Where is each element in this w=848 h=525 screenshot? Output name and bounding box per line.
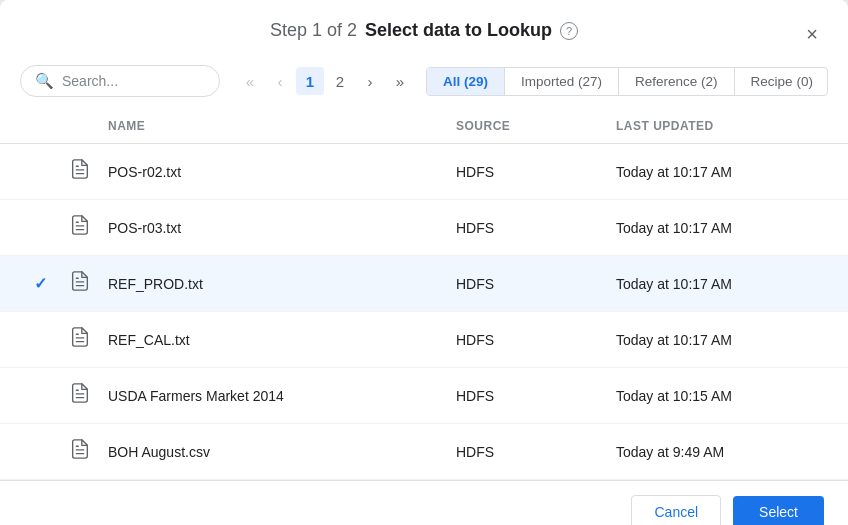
modal-footer: Cancel Select: [0, 480, 848, 525]
next-page-icon: ›: [368, 73, 373, 90]
close-button[interactable]: ×: [796, 18, 828, 50]
table-body: POS-r02.txtHDFSToday at 10:17 AM POS-r03…: [0, 144, 848, 480]
table-row[interactable]: REF_CAL.txtHDFSToday at 10:17 AM: [0, 312, 848, 368]
filter-tabs: All (29)Imported (27)Reference (2)Recipe…: [426, 67, 828, 96]
col-header-0: [20, 109, 60, 143]
file-icon-cell: [60, 214, 100, 242]
cell-name: USDA Farmers Market 2014: [100, 388, 448, 404]
cell-source: HDFS: [448, 388, 608, 404]
file-icon: [69, 438, 91, 466]
table-row[interactable]: ✓ REF_PROD.txtHDFSToday at 10:17 AM: [0, 256, 848, 312]
cell-name: BOH August.csv: [100, 444, 448, 460]
table-header: NAMESOURCELAST UPDATED: [0, 109, 848, 144]
file-icon-cell: [60, 438, 100, 466]
col-header-3: SOURCE: [448, 109, 608, 143]
filter-tab-recipe[interactable]: Recipe (0): [735, 68, 828, 95]
file-icon: [69, 158, 91, 186]
page-1-label: 1: [306, 73, 314, 90]
filter-tab-reference[interactable]: Reference (2): [619, 68, 735, 95]
step-label: Step 1 of 2: [270, 20, 357, 41]
prev-page-icon: ‹: [278, 73, 283, 90]
help-icon[interactable]: ?: [560, 22, 578, 40]
cell-updated: Today at 10:17 AM: [608, 332, 828, 348]
close-icon: ×: [806, 23, 818, 46]
modal-title: Step 1 of 2 Select data to Lookup ?: [270, 20, 578, 41]
file-icon: [69, 326, 91, 354]
title-main: Select data to Lookup: [365, 20, 552, 41]
cell-updated: Today at 9:49 AM: [608, 444, 828, 460]
page-1-button[interactable]: 1: [296, 67, 324, 95]
file-icon-cell: [60, 326, 100, 354]
file-icon-cell: [60, 270, 100, 298]
cell-source: HDFS: [448, 332, 608, 348]
select-button[interactable]: Select: [733, 496, 824, 525]
cell-source: HDFS: [448, 164, 608, 180]
cell-updated: Today at 10:17 AM: [608, 276, 828, 292]
first-page-button[interactable]: «: [236, 67, 264, 95]
file-icon-cell: [60, 382, 100, 410]
first-page-icon: «: [246, 73, 254, 90]
cell-updated: Today at 10:17 AM: [608, 164, 828, 180]
pagination: « ‹ 1 2 › »: [236, 67, 414, 95]
file-icon: [69, 214, 91, 242]
cell-source: HDFS: [448, 444, 608, 460]
col-header-2: NAME: [100, 109, 448, 143]
cell-source: HDFS: [448, 276, 608, 292]
cell-name: POS-r03.txt: [100, 220, 448, 236]
cancel-button[interactable]: Cancel: [631, 495, 721, 525]
page-2-label: 2: [336, 73, 344, 90]
col-header-1: [60, 109, 100, 143]
cell-name: REF_PROD.txt: [100, 276, 448, 292]
toolbar: 🔍 « ‹ 1 2 › » All (29)Impor: [0, 57, 848, 109]
file-icon-cell: [60, 158, 100, 186]
file-icon: [69, 382, 91, 410]
search-icon: 🔍: [35, 72, 54, 90]
modal-header: Step 1 of 2 Select data to Lookup ? ×: [0, 0, 848, 57]
table-row[interactable]: POS-r02.txtHDFSToday at 10:17 AM: [0, 144, 848, 200]
check-icon: ✓: [34, 274, 47, 293]
modal: Step 1 of 2 Select data to Lookup ? × 🔍 …: [0, 0, 848, 525]
table-row[interactable]: BOH August.csvHDFSToday at 9:49 AM: [0, 424, 848, 480]
col-header-4: LAST UPDATED: [608, 109, 828, 143]
cell-name: REF_CAL.txt: [100, 332, 448, 348]
table-row[interactable]: USDA Farmers Market 2014HDFSToday at 10:…: [0, 368, 848, 424]
filter-tab-imported[interactable]: Imported (27): [505, 68, 619, 95]
file-icon: [69, 270, 91, 298]
search-box[interactable]: 🔍: [20, 65, 220, 97]
select-label: Select: [759, 504, 798, 520]
cell-updated: Today at 10:15 AM: [608, 388, 828, 404]
filter-tab-all[interactable]: All (29): [427, 68, 505, 95]
check-cell: ✓: [20, 274, 60, 293]
last-page-icon: »: [396, 73, 404, 90]
table-row[interactable]: POS-r03.txtHDFSToday at 10:17 AM: [0, 200, 848, 256]
next-page-button[interactable]: ›: [356, 67, 384, 95]
last-page-button[interactable]: »: [386, 67, 414, 95]
cell-name: POS-r02.txt: [100, 164, 448, 180]
cancel-label: Cancel: [654, 504, 698, 520]
search-input[interactable]: [62, 73, 205, 89]
cell-updated: Today at 10:17 AM: [608, 220, 828, 236]
page-2-button[interactable]: 2: [326, 67, 354, 95]
prev-page-button[interactable]: ‹: [266, 67, 294, 95]
cell-source: HDFS: [448, 220, 608, 236]
